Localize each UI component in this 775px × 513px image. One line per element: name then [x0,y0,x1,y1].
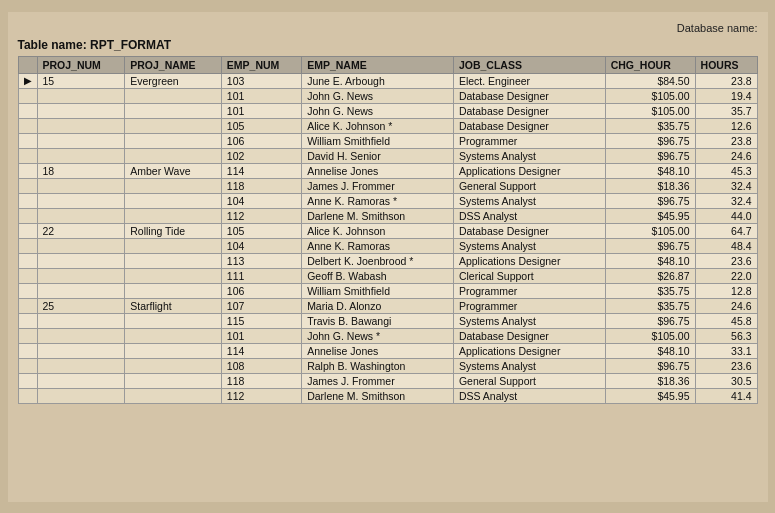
hours-cell: 33.1 [695,343,757,358]
emp-name-cell: Annelise Jones [302,343,454,358]
table-row: 102David H. SeniorSystems Analyst$96.752… [18,148,757,163]
emp-num-cell: 105 [221,118,301,133]
chg-hour-cell: $26.87 [605,268,695,283]
chg-hour-cell: $96.75 [605,238,695,253]
proj-name-cell [125,358,222,373]
arrow-cell [18,328,37,343]
chg-hour-cell: $45.95 [605,388,695,403]
table-row: 104Anne K. RamorasSystems Analyst$96.754… [18,238,757,253]
table-row: 18Amber Wave114Annelise JonesApplication… [18,163,757,178]
job-class-cell: DSS Analyst [453,208,605,223]
emp-name-cell: James J. Frommer [302,178,454,193]
job-class-cell: DSS Analyst [453,388,605,403]
proj-name-cell: Evergreen [125,73,222,88]
chg-hour-cell: $105.00 [605,328,695,343]
proj-name-cell [125,193,222,208]
chg-hour-cell: $48.10 [605,253,695,268]
emp-name-cell: David H. Senior [302,148,454,163]
proj-num-header: PROJ_NUM [37,56,125,73]
proj-num-cell [37,268,125,283]
chg-hour-cell: $105.00 [605,223,695,238]
proj-name-cell: Starflight [125,298,222,313]
proj-num-cell [37,283,125,298]
hours-cell: 44.0 [695,208,757,223]
job-class-cell: Systems Analyst [453,358,605,373]
arrow-cell [18,208,37,223]
emp-name-cell: Annelise Jones [302,163,454,178]
emp-num-cell: 112 [221,208,301,223]
hours-cell: 64.7 [695,223,757,238]
chg-hour-cell: $96.75 [605,148,695,163]
proj-num-cell: 15 [37,73,125,88]
chg-hour-cell: $18.36 [605,178,695,193]
arrow-cell [18,193,37,208]
proj-num-cell [37,193,125,208]
job-class-header: JOB_CLASS [453,56,605,73]
emp-num-cell: 104 [221,193,301,208]
hours-cell: 23.6 [695,253,757,268]
proj-num-cell [37,148,125,163]
chg-hour-cell: $105.00 [605,103,695,118]
emp-name-cell: Geoff B. Wabash [302,268,454,283]
emp-num-cell: 104 [221,238,301,253]
emp-num-cell: 101 [221,88,301,103]
hours-cell: 23.8 [695,133,757,148]
proj-num-cell [37,103,125,118]
emp-name-cell: Alice K. Johnson [302,223,454,238]
emp-name-cell: Anne K. Ramoras [302,238,454,253]
table-row: 108Ralph B. WashingtonSystems Analyst$96… [18,358,757,373]
proj-name-cell [125,343,222,358]
arrow-cell [18,238,37,253]
arrow-cell [18,268,37,283]
table-row: 111Geoff B. WabashClerical Support$26.87… [18,268,757,283]
proj-num-cell [37,388,125,403]
arrow-cell [18,313,37,328]
proj-num-cell [37,238,125,253]
hours-cell: 32.4 [695,193,757,208]
table-row: 105Alice K. Johnson *Database Designer$3… [18,118,757,133]
db-label: Database name: [677,22,758,34]
job-class-cell: Systems Analyst [453,313,605,328]
chg-hour-cell: $96.75 [605,313,695,328]
emp-num-cell: 101 [221,328,301,343]
job-class-cell: Systems Analyst [453,148,605,163]
job-class-cell: Database Designer [453,223,605,238]
emp-num-cell: 106 [221,133,301,148]
arrow-cell [18,223,37,238]
job-class-cell: Database Designer [453,103,605,118]
proj-name-cell [125,313,222,328]
proj-num-cell [37,313,125,328]
proj-num-cell [37,208,125,223]
chg-hour-cell: $84.50 [605,73,695,88]
job-class-cell: Systems Analyst [453,238,605,253]
job-class-cell: Elect. Engineer [453,73,605,88]
job-class-cell: General Support [453,373,605,388]
emp-name-cell: William Smithfield [302,133,454,148]
arrow-cell [18,343,37,358]
table-row: 25Starflight107Maria D. AlonzoProgrammer… [18,298,757,313]
job-class-cell: Programmer [453,283,605,298]
proj-name-cell [125,373,222,388]
table-row: 101John G. NewsDatabase Designer$105.003… [18,103,757,118]
job-class-cell: Database Designer [453,118,605,133]
emp-num-cell: 112 [221,388,301,403]
job-class-cell: Clerical Support [453,268,605,283]
table-row: 114Annelise JonesApplications Designer$4… [18,343,757,358]
hours-cell: 45.8 [695,313,757,328]
table-row: 101John G. NewsDatabase Designer$105.001… [18,88,757,103]
emp-name-cell: Travis B. Bawangi [302,313,454,328]
job-class-cell: Database Designer [453,88,605,103]
emp-name-cell: Alice K. Johnson * [302,118,454,133]
arrow-cell [18,103,37,118]
proj-name-cell: Amber Wave [125,163,222,178]
proj-num-cell [37,133,125,148]
hours-cell: 35.7 [695,103,757,118]
proj-name-cell: Rolling Tide [125,223,222,238]
emp-num-cell: 118 [221,373,301,388]
emp-name-cell: Darlene M. Smithson [302,208,454,223]
table-row: 106William SmithfieldProgrammer$96.7523.… [18,133,757,148]
top-bar: Database name: [18,22,758,34]
chg-hour-cell: $35.75 [605,283,695,298]
proj-name-cell [125,268,222,283]
hours-cell: 41.4 [695,388,757,403]
